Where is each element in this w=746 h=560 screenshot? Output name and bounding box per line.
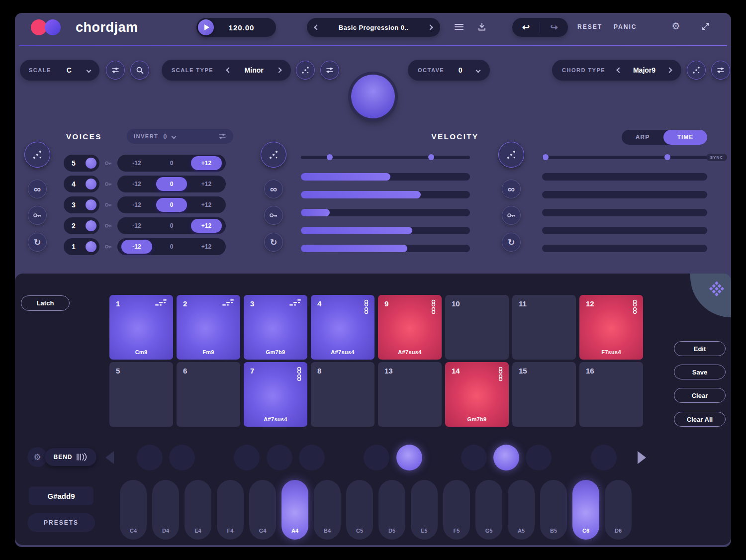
pad-13[interactable]: 13 <box>378 362 442 427</box>
option-plus12[interactable]: +12 <box>191 198 222 212</box>
black-key-Gs4[interactable] <box>267 445 292 470</box>
pad-10[interactable]: 10 <box>445 295 509 360</box>
option-zero[interactable]: 0 <box>156 240 187 254</box>
chord-type-selector[interactable]: CHORD TYPE Major9 <box>552 60 681 81</box>
sync-badge[interactable]: SYNC <box>706 154 727 161</box>
resize-icon[interactable] <box>700 21 711 32</box>
arp-tab[interactable]: ARP <box>622 130 663 145</box>
scale-eq-button[interactable] <box>106 61 125 80</box>
time-key-button[interactable] <box>502 206 521 225</box>
option-minus12[interactable]: -12 <box>121 156 152 170</box>
voice-toggle[interactable]: 5 <box>64 155 99 172</box>
option-zero[interactable]: 0 <box>156 156 187 170</box>
pad-15[interactable]: 15 <box>512 362 576 427</box>
scale-dropdown[interactable]: SCALE C <box>20 60 99 81</box>
chord-type-prev-icon[interactable] <box>616 67 622 73</box>
velocity-bar[interactable] <box>301 245 470 252</box>
voice-octave-options[interactable]: -12 0 +12 <box>117 196 226 213</box>
voice-octave-options[interactable]: -12 0 +12 <box>117 217 226 234</box>
arp-time-toggle[interactable]: ARP TIME <box>622 130 707 145</box>
pad-1[interactable]: 1 Cm9 <box>109 295 173 360</box>
voice-on-indicator[interactable] <box>86 158 96 169</box>
white-key-C6[interactable]: C6 <box>572 480 599 540</box>
velocity-refresh-button[interactable]: ↻ <box>264 233 283 252</box>
import-icon[interactable] <box>476 21 487 32</box>
time-bar[interactable] <box>542 245 707 252</box>
voice-octave-options[interactable]: -12 0 +12 <box>117 155 226 172</box>
option-plus12[interactable]: +12 <box>191 156 222 170</box>
scale-type-prev-icon[interactable] <box>226 67 232 73</box>
menu-icon[interactable] <box>454 21 465 32</box>
option-zero[interactable]: 0 <box>156 177 187 191</box>
pad-9[interactable]: 9 A#7sus4 <box>378 295 442 360</box>
velocity-random-button[interactable] <box>261 142 286 168</box>
keyboard-settings-gear-icon[interactable]: ⚙ <box>27 447 47 467</box>
keyboard-next-arrow[interactable] <box>638 451 646 464</box>
pad-5[interactable]: 5 <box>109 362 173 427</box>
scale-random-button[interactable] <box>296 61 315 80</box>
white-key-B4[interactable]: B4 <box>314 480 341 540</box>
black-key-Ds5[interactable] <box>396 445 422 470</box>
time-bar[interactable] <box>542 191 707 198</box>
scale-type-eq-button[interactable] <box>320 61 339 80</box>
play-button[interactable] <box>198 19 214 35</box>
clear-button[interactable]: Clear <box>674 388 726 403</box>
undo-button[interactable]: ↩ <box>512 22 540 33</box>
white-key-D5[interactable]: D5 <box>378 480 405 540</box>
pad-8[interactable]: 8 <box>311 362 374 427</box>
white-key-B5[interactable]: B5 <box>540 480 567 540</box>
velocity-bar[interactable] <box>301 191 470 198</box>
velocity-range-handle-high[interactable] <box>428 154 434 160</box>
velocity-bar[interactable] <box>301 209 470 216</box>
white-key-F4[interactable]: F4 <box>217 480 244 540</box>
clear-all-button[interactable]: Clear All <box>674 412 726 427</box>
octave-dropdown[interactable]: OCTAVE 0 <box>408 60 490 81</box>
white-key-G5[interactable]: G5 <box>475 480 502 540</box>
velocity-key-button[interactable] <box>264 206 283 225</box>
chord-type-next-icon[interactable] <box>666 67 672 73</box>
time-bar[interactable] <box>542 227 707 234</box>
voice-on-indicator[interactable] <box>86 220 96 231</box>
velocity-range-slider[interactable] <box>301 156 470 159</box>
option-minus12[interactable]: -12 <box>121 177 152 191</box>
pad-11[interactable]: 11 <box>512 295 576 360</box>
time-random-button[interactable] <box>498 142 524 168</box>
time-tab[interactable]: TIME <box>663 130 707 145</box>
black-key-Cs4[interactable] <box>137 445 163 470</box>
option-zero[interactable]: 0 <box>156 198 187 212</box>
time-bar[interactable] <box>542 173 707 181</box>
black-key-As4[interactable] <box>299 445 325 470</box>
key-icon[interactable] <box>104 222 112 230</box>
voices-infinity-button[interactable]: ∞ <box>28 180 47 198</box>
reset-button[interactable]: RESET <box>577 23 602 30</box>
pad-16[interactable]: 16 <box>579 362 643 427</box>
white-key-C5[interactable]: C5 <box>346 480 373 540</box>
white-key-D6[interactable]: D6 <box>605 480 632 540</box>
presets-button[interactable]: PRESETS <box>27 513 95 532</box>
option-minus12[interactable]: -12 <box>121 198 152 212</box>
time-refresh-button[interactable]: ↻ <box>502 233 521 252</box>
settings-gear-icon[interactable]: ⚙ <box>670 20 681 31</box>
black-key-Cs5[interactable] <box>364 445 389 470</box>
bpm-display[interactable]: 120.00 <box>214 23 269 32</box>
time-bar[interactable] <box>542 209 707 216</box>
pad-7[interactable]: 7 A#7sus4 <box>244 362 307 427</box>
key-icon[interactable] <box>104 243 112 251</box>
time-infinity-button[interactable]: ∞ <box>502 180 521 198</box>
voice-toggle[interactable]: 2 <box>64 217 99 234</box>
pad-view-tab[interactable] <box>690 274 731 317</box>
white-key-G4[interactable]: G4 <box>249 480 276 540</box>
save-button[interactable]: Save <box>674 365 726 379</box>
chord-type-eq-button[interactable] <box>711 61 730 80</box>
key-icon[interactable] <box>104 201 112 209</box>
voice-toggle[interactable]: 4 <box>64 176 99 192</box>
black-key-As5[interactable] <box>526 445 552 470</box>
voice-octave-options[interactable]: -12 0 +12 <box>117 238 226 255</box>
scale-type-next-icon[interactable] <box>276 67 281 73</box>
chord-type-random-button[interactable] <box>687 61 706 80</box>
scale-search-button[interactable] <box>130 61 149 80</box>
voice-toggle[interactable]: 1 <box>64 238 99 255</box>
panic-button[interactable]: PANIC <box>614 23 637 30</box>
white-key-E5[interactable]: E5 <box>411 480 438 540</box>
time-range-slider[interactable] <box>542 156 707 159</box>
